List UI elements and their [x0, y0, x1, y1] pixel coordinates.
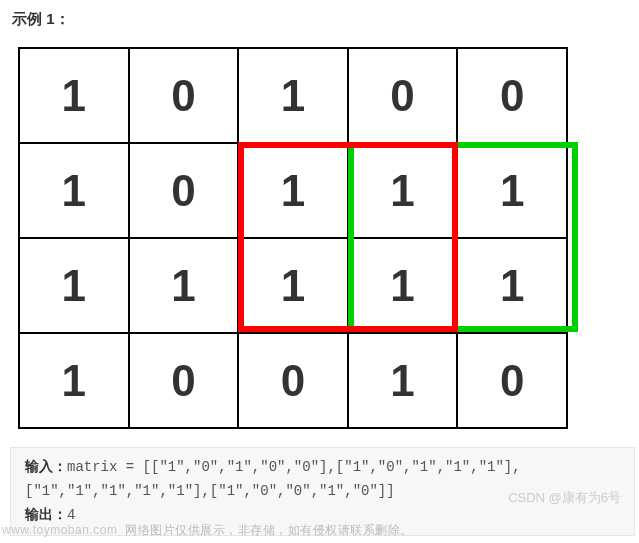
- watermark-site-note: 网络图片仅供展示，非存储，如有侵权请联系删除。: [125, 523, 413, 537]
- input-text-1: matrix = [["1","0","1","0","0"],["1","0"…: [67, 459, 521, 475]
- watermark-site-url: www.toymoban.com: [2, 523, 117, 537]
- matrix-cell: 1: [19, 238, 129, 333]
- output-label: 输出：: [25, 507, 67, 523]
- matrix-cell: 1: [238, 238, 348, 333]
- matrix-cell: 1: [238, 143, 348, 238]
- matrix-cell: 0: [348, 48, 458, 143]
- matrix-cell: 0: [238, 333, 348, 428]
- matrix-cell: 1: [348, 333, 458, 428]
- matrix-cell: 1: [19, 143, 129, 238]
- table-row: 1 0 0 1 0: [19, 333, 567, 428]
- matrix-figure: 1 0 1 0 0 1 0 1 1 1 1 1 1 1 1 1 0 0 1 0: [18, 47, 568, 427]
- table-row: 1 0 1 0 0: [19, 48, 567, 143]
- watermark-csdn: CSDN @康有为6号: [508, 489, 621, 507]
- matrix-cell: 0: [457, 48, 567, 143]
- matrix-cell: 1: [348, 143, 458, 238]
- input-line-1: 输入：matrix = [["1","0","1","0","0"],["1",…: [25, 456, 620, 480]
- matrix-cell: 0: [129, 48, 239, 143]
- matrix-cell: 1: [129, 238, 239, 333]
- watermark-site: www.toymoban.com 网络图片仅供展示，非存储，如有侵权请联系删除。: [2, 522, 413, 539]
- matrix-cell: 1: [19, 48, 129, 143]
- matrix-cell: 0: [129, 333, 239, 428]
- input-label: 输入：: [25, 459, 67, 475]
- matrix-cell: 1: [238, 48, 348, 143]
- matrix-cell: 1: [348, 238, 458, 333]
- table-row: 1 0 1 1 1: [19, 143, 567, 238]
- matrix-cell: 0: [457, 333, 567, 428]
- matrix-cell: 1: [457, 143, 567, 238]
- matrix-grid: 1 0 1 0 0 1 0 1 1 1 1 1 1 1 1 1 0 0 1 0: [18, 47, 568, 429]
- matrix-cell: 1: [457, 238, 567, 333]
- table-row: 1 1 1 1 1: [19, 238, 567, 333]
- matrix-cell: 1: [19, 333, 129, 428]
- output-value: 4: [67, 507, 75, 523]
- example-title: 示例 1：: [12, 10, 639, 29]
- matrix-cell: 0: [129, 143, 239, 238]
